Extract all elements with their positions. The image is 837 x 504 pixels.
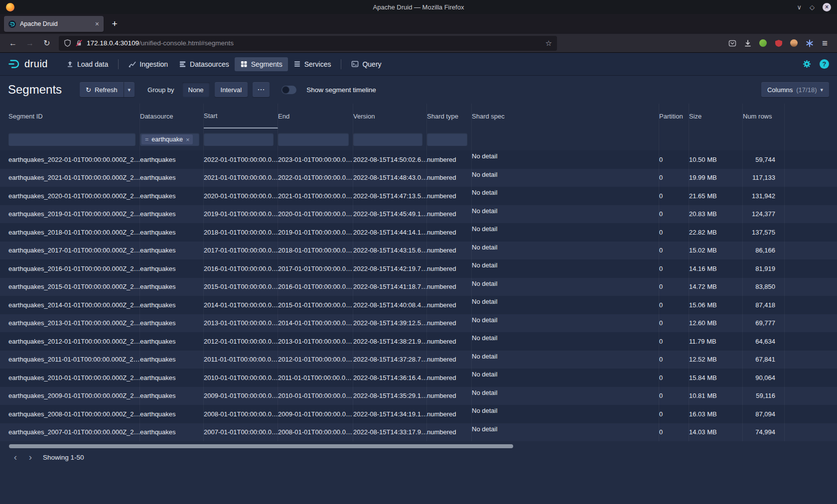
back-icon[interactable]: ← <box>5 36 21 51</box>
chevron-down-icon: ▾ <box>128 87 131 93</box>
column-header-partition[interactable]: Partition <box>659 104 689 128</box>
window-maximize-icon[interactable]: ◇ <box>810 4 815 10</box>
next-page-icon[interactable]: › <box>24 451 37 464</box>
browser-tab[interactable]: Apache Druid × <box>4 16 104 32</box>
bookmark-star-icon[interactable]: ☆ <box>546 39 552 48</box>
column-header-segment-id[interactable]: Segment ID <box>8 104 140 128</box>
columns-button[interactable]: Columns (17/18) ▾ <box>761 82 829 97</box>
table-row[interactable]: earthquakes_2017-01-01T00:00:00.000Z_2…e… <box>0 242 837 260</box>
cell-end: 2013-01-01T00:00:00.0… <box>278 332 353 351</box>
table-row[interactable]: earthquakes_2010-01-01T00:00:00.000Z_2…e… <box>0 369 837 387</box>
forward-icon[interactable]: → <box>22 36 38 51</box>
segment-timeline-toggle[interactable] <box>281 86 296 94</box>
cell-shard-spec: No detail <box>472 296 659 314</box>
cell-version: 2022-08-15T14:36:16.4… <box>353 369 427 387</box>
more-icon: ⋯ <box>257 85 265 94</box>
cell-version: 2022-08-15T14:35:29.1… <box>353 387 427 405</box>
datasources-icon <box>179 60 186 68</box>
extension-starburst-icon[interactable] <box>802 36 817 50</box>
table-row[interactable]: earthquakes_2018-01-01T00:00:00.000Z_2…e… <box>0 223 837 242</box>
columns-count: (17/18) <box>796 86 817 94</box>
nav-item-ingestion[interactable]: Ingestion <box>123 57 173 71</box>
filter-segment-id-input[interactable] <box>8 133 136 146</box>
table-row[interactable]: earthquakes_2007-01-01T00:00:00.000Z_2…e… <box>0 423 837 442</box>
filter-shard-type-input[interactable] <box>427 133 467 146</box>
table-row[interactable]: earthquakes_2020-01-01T00:00:00.000Z_2…e… <box>0 187 837 205</box>
nav-item-load-data[interactable]: Load data <box>61 57 114 71</box>
connection-not-secure-lock-icon[interactable] <box>75 39 83 47</box>
column-header-num-rows[interactable]: Num rows <box>743 104 785 128</box>
cell-num-rows: 86,166 <box>743 242 785 260</box>
pocket-icon[interactable] <box>725 36 739 50</box>
filter-tag[interactable]: = earthquake × <box>141 134 193 144</box>
table-row[interactable]: earthquakes_2022-01-01T00:00:00.000Z_2…e… <box>0 150 837 169</box>
nav-item-label: Datasources <box>190 60 229 68</box>
cell-start: 2020-01-01T00:00:00.0… <box>204 187 278 205</box>
cell-segment-id: earthquakes_2011-01-01T00:00:00.000Z_2… <box>8 351 140 369</box>
group-by-none-label: None <box>188 86 204 94</box>
window-minimize-icon[interactable]: ∨ <box>797 4 802 10</box>
table-row[interactable]: earthquakes_2019-01-01T00:00:00.000Z_2…e… <box>0 205 837 224</box>
refresh-dropdown-button[interactable]: ▾ <box>124 82 135 97</box>
table-row[interactable]: earthquakes_2021-01-01T00:00:00.000Z_2…e… <box>0 169 837 187</box>
more-options-button[interactable]: ⋯ <box>253 82 270 97</box>
new-tab-button[interactable]: + <box>108 17 122 31</box>
url-text: 172.18.0.4:30109/unified-console.html#se… <box>87 39 234 47</box>
table-row[interactable]: earthquakes_2016-01-01T00:00:00.000Z_2…e… <box>0 259 837 278</box>
table-row[interactable]: earthquakes_2015-01-01T00:00:00.000Z_2…e… <box>0 278 837 296</box>
column-header-end[interactable]: End <box>278 104 353 128</box>
nav-item-label: Load data <box>77 60 108 68</box>
cell-start: 2018-01-01T00:00:00.0… <box>204 223 278 242</box>
table-row[interactable]: earthquakes_2014-01-01T00:00:00.000Z_2…e… <box>0 296 837 314</box>
column-header-shard-spec[interactable]: Shard spec <box>472 104 659 128</box>
filter-end-input[interactable] <box>278 133 349 146</box>
cell-version: 2022-08-15T14:42:19.7… <box>353 259 427 278</box>
cell-datasource: earthquakes <box>140 369 204 387</box>
cell-segment-id: earthquakes_2019-01-01T00:00:00.000Z_2… <box>8 205 140 224</box>
ublock-shield-icon[interactable] <box>771 36 786 50</box>
table-row[interactable]: earthquakes_2012-01-01T00:00:00.000Z_2…e… <box>0 332 837 351</box>
tab-close-icon[interactable]: × <box>95 20 99 28</box>
cell-partition: 0 <box>659 150 689 169</box>
group-by-interval-button[interactable]: Interval <box>215 82 248 97</box>
cell-end: 2017-01-01T00:00:00.0… <box>278 259 353 278</box>
filter-start-input[interactable] <box>204 133 274 146</box>
filter-tag-remove-icon[interactable]: × <box>186 136 190 143</box>
cell-partition: 0 <box>659 387 689 405</box>
extension-avatar-icon[interactable] <box>787 36 801 50</box>
settings-gear-icon[interactable] <box>802 59 812 69</box>
table-row[interactable]: earthquakes_2009-01-01T00:00:00.000Z_2…e… <box>0 387 837 405</box>
table-row[interactable]: earthquakes_2013-01-01T00:00:00.000Z_2…e… <box>0 314 837 333</box>
horizontal-scrollbar[interactable] <box>9 444 513 448</box>
refresh-button[interactable]: ↻ Refresh <box>80 82 123 97</box>
group-by-none-button[interactable]: None <box>182 82 210 97</box>
column-header-size[interactable]: Size <box>689 104 743 128</box>
nav-item-query[interactable]: Query <box>346 57 387 71</box>
window-close-icon[interactable]: × <box>823 3 831 11</box>
nav-item-datasources[interactable]: Datasources <box>173 57 235 71</box>
services-icon <box>293 60 301 68</box>
nav-item-services[interactable]: Services <box>288 57 337 71</box>
downloads-icon[interactable] <box>740 36 755 50</box>
group-by-interval-label: Interval <box>221 86 242 94</box>
cell-version: 2022-08-15T14:34:19.1… <box>353 405 427 423</box>
help-icon[interactable]: ? <box>820 59 829 69</box>
filter-datasource-input[interactable]: = earthquake × <box>140 133 199 146</box>
column-header-shard-type[interactable]: Shard type <box>427 104 472 128</box>
cell-version: 2022-08-15T14:38:21.9… <box>353 332 427 351</box>
column-header-version[interactable]: Version <box>353 104 427 128</box>
druid-brand[interactable]: druid <box>8 58 48 70</box>
column-header-start[interactable]: Start <box>204 104 278 128</box>
extension-green-icon[interactable] <box>756 36 770 50</box>
previous-page-icon[interactable]: ‹ <box>9 451 22 464</box>
table-row[interactable]: earthquakes_2008-01-01T00:00:00.000Z_2…e… <box>0 405 837 423</box>
table-row[interactable]: earthquakes_2011-01-01T00:00:00.000Z_2…e… <box>0 351 837 369</box>
reload-icon[interactable]: ↻ <box>39 36 55 51</box>
nav-separator <box>341 59 341 69</box>
column-header-datasource[interactable]: Datasource <box>140 104 204 128</box>
nav-item-segments[interactable]: Segments <box>235 57 288 71</box>
url-bar[interactable]: 172.18.0.4:30109/unified-console.html#se… <box>59 36 557 51</box>
filter-version-input[interactable] <box>353 133 422 146</box>
tracking-protection-shield-icon[interactable] <box>64 39 71 47</box>
menu-icon[interactable]: ≡ <box>818 36 832 50</box>
